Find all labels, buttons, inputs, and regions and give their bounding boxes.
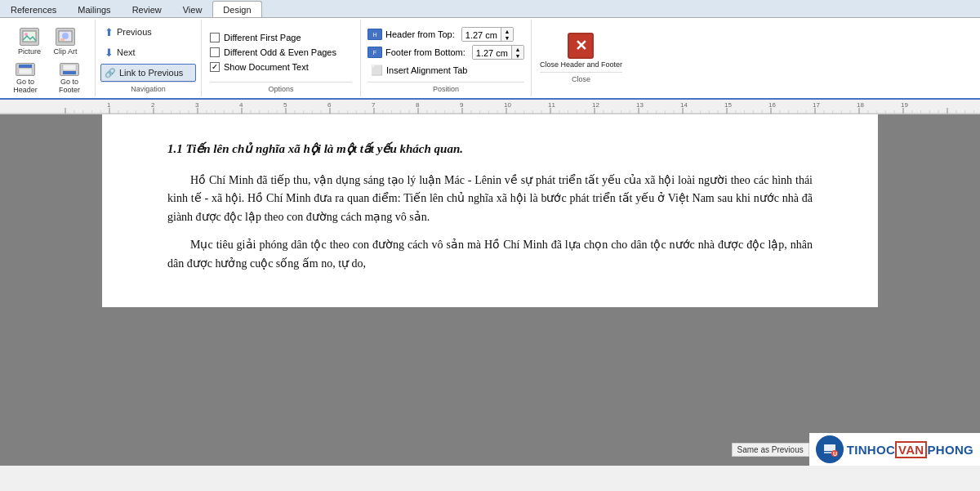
go-to-footer-button[interactable]: Go to Footer — [49, 64, 90, 93]
previous-button[interactable]: ⬆ Previous — [100, 23, 196, 41]
svg-rect-6 — [19, 69, 32, 74]
go-to-footer-label: Go to Footer — [50, 78, 89, 94]
previous-label: Previous — [117, 27, 152, 37]
logo-text-part2: VAN — [895, 441, 927, 458]
tab-review[interactable]: Review — [122, 1, 172, 17]
link-icon: 🔗 — [105, 68, 116, 78]
svg-text:14: 14 — [680, 101, 688, 109]
tab-references[interactable]: References — [0, 1, 67, 17]
ruler-svg: // Ticks drawn via JS below 123456789101… — [0, 100, 980, 114]
header-from-top-value: 1.27 cm — [462, 28, 501, 41]
ribbon: Picture Clip Art — [0, 18, 980, 100]
header-from-top-up[interactable]: ▲ — [501, 28, 513, 34]
document-heading: 1.1 Tiến lên chủ nghĩa xã hội là một tất… — [167, 139, 813, 158]
svg-text:8: 8 — [416, 101, 420, 109]
logo-text-area: TINHOC VAN PHONG — [847, 441, 973, 458]
svg-text:U: U — [833, 451, 837, 457]
insert-alignment-tab-label: Insert Alignment Tab — [386, 65, 467, 75]
picture-button[interactable]: Picture — [13, 27, 46, 56]
logo-circle: U — [816, 435, 844, 463]
svg-text:7: 7 — [372, 101, 376, 109]
different-odd-even-cb-box — [210, 47, 220, 57]
different-first-page-checkbox[interactable]: Different First Page — [210, 33, 352, 42]
svg-rect-4 — [60, 38, 65, 41]
different-odd-even-checkbox[interactable]: Different Odd & Even Pages — [210, 47, 352, 57]
clip-art-label: Clip Art — [53, 47, 77, 56]
close-group-label: Close — [540, 72, 622, 83]
same-as-previous-badge: Same as Previous — [732, 443, 809, 457]
insert-alignment-tab-button[interactable]: ⬜ Insert Alignment Tab — [368, 63, 524, 78]
svg-text:12: 12 — [592, 101, 599, 109]
link-to-previous-button[interactable]: 🔗 Link to Previous — [100, 64, 196, 82]
svg-text:15: 15 — [724, 101, 732, 109]
footer-from-bottom-spinner[interactable]: 1.27 cm ▲ ▼ — [472, 45, 524, 60]
footer-from-bottom-spin-btns: ▲ ▼ — [512, 46, 523, 59]
go-to-header-button[interactable]: Go to Header — [5, 64, 46, 93]
footer-from-bottom-down[interactable]: ▼ — [512, 52, 523, 59]
show-document-text-checkbox[interactable]: ✓ Show Document Text — [210, 62, 352, 72]
footer-from-bottom-label: Footer from Bottom: — [385, 47, 466, 57]
svg-rect-137 — [824, 444, 835, 451]
svg-text:5: 5 — [283, 101, 287, 109]
footer-from-bottom-row: F Footer from Bottom: 1.27 cm ▲ ▼ — [368, 45, 524, 60]
insert-icons-row: Picture Clip Art — [13, 23, 82, 60]
insert-alignment-tab-icon: ⬜ — [371, 65, 383, 76]
options-checkboxes: Different First Page Different Odd & Eve… — [210, 23, 352, 82]
options-group-label: Options — [210, 82, 352, 93]
header-from-top-spin-btns: ▲ ▼ — [501, 28, 513, 41]
picture-label: Picture — [18, 47, 41, 56]
different-first-page-cb-box — [210, 33, 220, 42]
options-group: Different First Page Different Odd & Eve… — [202, 20, 361, 96]
svg-rect-10 — [0, 100, 980, 114]
position-fields: H Header from Top: 1.27 cm ▲ ▼ F Footer … — [368, 23, 524, 82]
insert-images-group: Picture Clip Art — [0, 20, 96, 96]
ruler: // Ticks drawn via JS below 123456789101… — [0, 100, 980, 114]
svg-rect-8 — [63, 71, 76, 74]
svg-text:17: 17 — [813, 101, 820, 109]
svg-text:6: 6 — [327, 101, 332, 109]
logo-area: U TINHOC VAN PHONG — [809, 433, 980, 466]
tab-mailings[interactable]: Mailings — [67, 1, 121, 17]
header-position-icon: H — [368, 29, 382, 40]
document-scroll-area[interactable]: 1.1 Tiến lên chủ nghĩa xã hội là một tất… — [0, 114, 980, 466]
bottom-right-area: Same as Previous U TINHOC VAN PHONG — [732, 433, 980, 466]
svg-text:11: 11 — [548, 101, 555, 109]
svg-text:1: 1 — [107, 101, 111, 109]
svg-rect-5 — [19, 65, 32, 68]
next-label: Next — [117, 47, 136, 57]
different-first-page-label: Different First Page — [224, 33, 301, 42]
header-from-top-down[interactable]: ▼ — [501, 34, 513, 41]
footer-from-bottom-value: 1.27 cm — [473, 46, 512, 59]
header-from-top-label: Header from Top: — [385, 29, 455, 39]
picture-icon — [20, 28, 39, 46]
tab-design[interactable]: Design — [212, 1, 261, 17]
document-page: 1.1 Tiến lên chủ nghĩa xã hội là một tất… — [102, 114, 878, 307]
show-document-text-label: Show Document Text — [224, 62, 309, 72]
header-from-top-spinner[interactable]: 1.27 cm ▲ ▼ — [461, 27, 514, 42]
position-group: H Header from Top: 1.27 cm ▲ ▼ F Footer … — [361, 20, 532, 96]
document-wrapper: 1.1 Tiến lên chủ nghĩa xã hội là một tất… — [0, 114, 980, 466]
logo-icon: U — [820, 440, 840, 459]
tab-view[interactable]: View — [172, 1, 213, 17]
go-to-header-label: Go to Header — [6, 78, 45, 94]
svg-rect-7 — [63, 65, 76, 70]
svg-text:16: 16 — [768, 101, 776, 109]
position-group-label: Position — [368, 82, 524, 93]
previous-icon: ⬆ — [105, 26, 114, 38]
footer-from-bottom-up[interactable]: ▲ — [512, 46, 523, 52]
svg-text:4: 4 — [239, 101, 243, 109]
close-group: ✕ Close Header and Footer Close — [532, 20, 630, 96]
header-from-top-row: H Header from Top: 1.27 cm ▲ ▼ — [368, 27, 524, 42]
next-button[interactable]: ⬇ Next — [100, 43, 196, 61]
link-to-previous-label: Link to Previous — [119, 68, 183, 78]
go-to-buttons-row: Go to Header Go to Footer — [5, 64, 90, 93]
svg-text:10: 10 — [504, 101, 511, 109]
close-header-footer-label: Close Header and Footer — [540, 60, 622, 69]
close-header-footer-button[interactable]: ✕ Close Header and Footer — [540, 33, 622, 69]
svg-text:19: 19 — [901, 101, 908, 109]
show-document-text-cb-box: ✓ — [210, 62, 220, 72]
clip-art-button[interactable]: Clip Art — [49, 27, 82, 56]
svg-text:2: 2 — [151, 101, 155, 109]
clip-art-icon — [56, 28, 75, 46]
document-paragraph-2: Mục tiêu giải phóng dân tộc theo con đườ… — [167, 236, 813, 273]
